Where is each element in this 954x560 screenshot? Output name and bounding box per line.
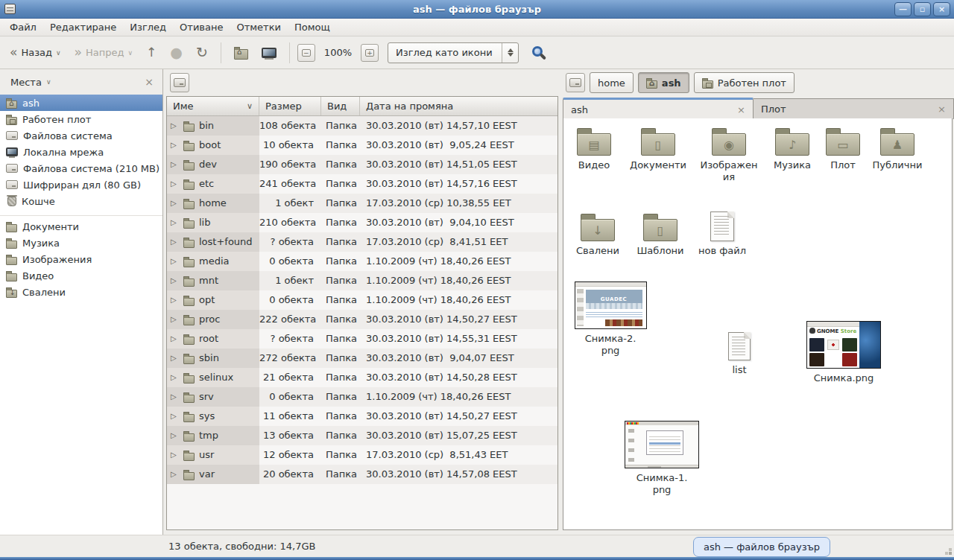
file-icon-desktop[interactable]: ▭ Плот <box>812 127 874 171</box>
file-icon-snimka[interactable]: GNOME Store Снимка.png <box>802 321 885 384</box>
table-row[interactable]: ▷opt0 обектаПапка1.10.2009 (чт) 18,40,26… <box>167 290 557 310</box>
table-row[interactable]: ▷sys11 обектаПапка30.03.2010 (вт) 14,50,… <box>167 407 557 426</box>
file-icon-documents[interactable]: ▯ Документи <box>625 127 692 171</box>
sidebar-item-документи[interactable]: Документи <box>0 218 162 235</box>
pathbar-current-button[interactable]: ash <box>638 72 689 93</box>
sidebar-item-файлова-система-210-mb-[interactable]: Файлова система (210 MB) <box>0 160 162 176</box>
sidebar-item-локална-мрежа[interactable]: Локална мрежа <box>0 144 162 160</box>
expander-icon[interactable]: ▷ <box>171 271 179 290</box>
menu-item-5[interactable]: Помощ <box>288 20 337 34</box>
reload-button[interactable]: ↻ <box>191 41 213 65</box>
menu-item-1[interactable]: Редактиране <box>43 20 123 34</box>
sidebar-item-музика[interactable]: Музика <box>0 235 162 251</box>
expander-icon[interactable]: ▷ <box>171 252 179 271</box>
table-row[interactable]: ▷var20 обектаПапка30.03.2010 (вт) 14,57,… <box>167 465 557 484</box>
back-button[interactable]: « Назад ∨ <box>4 41 66 65</box>
table-row[interactable]: ▷proc222 обектаПапка30.03.2010 (вт) 14,5… <box>167 310 557 329</box>
sidebar-mode-select[interactable]: Места ∨ <box>6 74 56 90</box>
file-icon-new-file[interactable]: нов файл <box>692 211 753 257</box>
spinner-icon[interactable] <box>502 43 518 63</box>
expander-icon[interactable]: ▷ <box>171 136 179 155</box>
expander-icon[interactable]: ▷ <box>171 426 179 445</box>
file-icon-images[interactable]: ◉ Изображения <box>698 127 760 183</box>
table-row[interactable]: ▷usr12 обектаПапка17.03.2010 (ср) 8,51,4… <box>167 445 557 465</box>
menu-item-0[interactable]: Файл <box>3 20 43 34</box>
file-icon-templates[interactable]: ▯ Шаблони <box>630 213 691 257</box>
menu-item-4[interactable]: Отметки <box>230 20 287 34</box>
table-row[interactable]: ▷boot10 обектаПапка30.03.2010 (вт) 9,05,… <box>167 136 557 155</box>
table-row[interactable]: ▷dev190 обектаПапка30.03.2010 (вт) 14,51… <box>167 155 557 174</box>
pathbar-desktop-button[interactable]: Работен плот <box>694 72 795 93</box>
search-icon[interactable] <box>532 46 543 57</box>
table-row[interactable]: ▷root? обектаПапка30.03.2010 (вт) 14,55,… <box>167 329 557 349</box>
stop-button[interactable]: ● <box>165 41 188 65</box>
table-row[interactable]: ▷lost+found? обектаПапка17.03.2010 (ср) … <box>167 232 557 252</box>
forward-history-caret-icon[interactable]: ∨ <box>128 49 133 57</box>
table-row[interactable]: ▷sbin272 обектаПапка30.03.2010 (вт) 9,04… <box>167 349 557 368</box>
expander-icon[interactable]: ▷ <box>171 155 179 174</box>
expander-icon[interactable]: ▷ <box>171 232 179 252</box>
close-button[interactable]: × <box>933 2 950 16</box>
tab-close-icon[interactable]: × <box>938 104 946 115</box>
table-row[interactable]: ▷home1 обектПапка17.03.2010 (ср) 10,38,5… <box>167 194 557 213</box>
sidebar-item-свалени[interactable]: Свалени <box>0 284 162 300</box>
table-row[interactable]: ▷srv0 обектаПапка1.10.2009 (чт) 18,40,26… <box>167 387 557 407</box>
expander-icon[interactable]: ▷ <box>171 368 179 387</box>
expander-icon[interactable]: ▷ <box>171 116 179 136</box>
sidebar-item-изображения[interactable]: Изображения <box>0 251 162 267</box>
table-row[interactable]: ▷bin108 обектаПапка30.03.2010 (вт) 14,57… <box>167 116 557 136</box>
tab-plot[interactable]: Плот × <box>754 98 954 119</box>
pathbar-root-button[interactable] <box>566 73 585 92</box>
expander-icon[interactable]: ▷ <box>171 329 179 349</box>
zoom-in-button[interactable]: + <box>361 44 379 62</box>
table-row[interactable]: ▷lib210 обектаПапка30.03.2010 (вт) 9,04,… <box>167 213 557 232</box>
expander-icon[interactable]: ▷ <box>171 174 179 194</box>
back-history-caret-icon[interactable]: ∨ <box>56 49 61 57</box>
expander-icon[interactable]: ▷ <box>171 349 179 368</box>
column-header-size[interactable]: Размер <box>259 97 321 115</box>
maximize-button[interactable]: ▫ <box>914 2 931 16</box>
root-filesystem-button[interactable] <box>170 73 189 92</box>
table-row[interactable]: ▷mnt1 обектПапка1.10.2009 (чт) 18,40,26 … <box>167 271 557 290</box>
expander-icon[interactable]: ▷ <box>171 387 179 407</box>
file-icon-video[interactable]: ▤ Видео <box>563 127 625 171</box>
sidebar-close-icon[interactable]: × <box>142 76 157 88</box>
sidebar-item-работен-плот[interactable]: Работен плот <box>0 111 162 127</box>
file-icon-list[interactable]: list <box>709 332 770 376</box>
pathbar-home-button[interactable]: home <box>590 72 634 93</box>
expander-icon[interactable]: ▷ <box>171 310 179 329</box>
computer-button[interactable] <box>256 41 282 65</box>
file-icon-public[interactable]: ♟ Публични <box>867 127 928 171</box>
forward-button[interactable]: » Напред ∨ <box>69 41 138 65</box>
expander-icon[interactable]: ▷ <box>171 407 179 426</box>
tab-ash[interactable]: ash × <box>563 98 754 119</box>
file-icon-snimka1[interactable]: Снимка-1.png <box>620 421 704 496</box>
column-header-name[interactable]: Име ∨ <box>167 97 259 115</box>
file-icon-downloads[interactable]: ↓ Свалени <box>567 213 628 257</box>
sidebar-item-видео[interactable]: Видео <box>0 267 162 284</box>
sidebar-item-шифриран-дял-80-gb-[interactable]: Шифриран дял (80 GB) <box>0 176 162 193</box>
table-row[interactable]: ▷etc241 обектаПапка30.03.2010 (вт) 14,57… <box>167 174 557 194</box>
resize-grip[interactable] <box>949 552 952 555</box>
table-row[interactable]: ▷tmp13 обектаПапка30.03.2010 (вт) 15,07,… <box>167 426 557 445</box>
minimize-button[interactable]: — <box>894 2 912 16</box>
sidebar-item-кошче[interactable]: Кошче <box>0 193 162 209</box>
expander-icon[interactable]: ▷ <box>171 213 179 232</box>
view-mode-select[interactable]: Изглед като икони <box>388 42 519 63</box>
expander-icon[interactable]: ▷ <box>171 194 179 213</box>
sidebar-item-ash[interactable]: ash <box>0 95 162 111</box>
table-row[interactable]: ▷selinux21 обектаПапка30.03.2010 (вт) 14… <box>167 368 557 387</box>
home-button[interactable] <box>229 41 253 65</box>
column-header-date[interactable]: Дата на промяна <box>360 97 557 115</box>
sidebar-item-файлова-система[interactable]: Файлова система <box>0 127 162 144</box>
tab-close-icon[interactable]: × <box>737 104 745 115</box>
expander-icon[interactable]: ▷ <box>171 445 179 465</box>
file-icon-snimka2[interactable]: GUADEC Снимка-2.png <box>569 281 651 357</box>
zoom-out-button[interactable]: − <box>297 44 315 62</box>
table-row[interactable]: ▷media0 обектаПапка1.10.2009 (чт) 18,40,… <box>167 252 557 271</box>
expander-icon[interactable]: ▷ <box>171 290 179 310</box>
up-button[interactable]: ↑ <box>141 41 162 65</box>
expander-icon[interactable]: ▷ <box>171 465 179 484</box>
column-header-type[interactable]: Вид <box>321 97 360 115</box>
menu-item-2[interactable]: Изглед <box>123 20 173 34</box>
